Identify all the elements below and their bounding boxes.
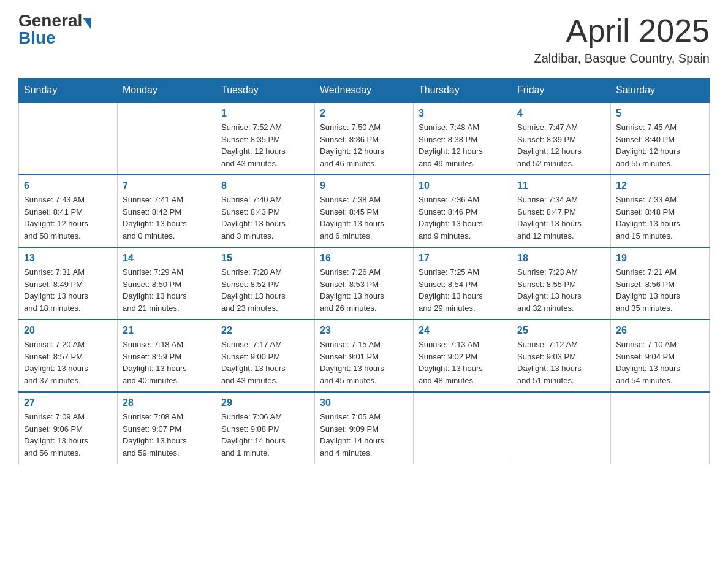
day-number: 30: [320, 397, 408, 408]
week-row-5: 27Sunrise: 7:09 AM Sunset: 9:06 PM Dayli…: [19, 392, 710, 464]
day-number: 19: [616, 253, 704, 264]
calendar-cell: 10Sunrise: 7:36 AM Sunset: 8:46 PM Dayli…: [414, 175, 512, 247]
day-number: 14: [123, 253, 211, 264]
day-number: 21: [123, 325, 211, 336]
header-wednesday: Wednesday: [315, 79, 414, 103]
day-number: 13: [24, 253, 112, 264]
day-info: Sunrise: 7:21 AM Sunset: 8:56 PM Dayligh…: [616, 266, 704, 314]
day-info: Sunrise: 7:36 AM Sunset: 8:46 PM Dayligh…: [419, 194, 507, 242]
calendar-cell: 7Sunrise: 7:41 AM Sunset: 8:42 PM Daylig…: [118, 175, 216, 247]
day-number: 25: [517, 325, 605, 336]
calendar-cell: 5Sunrise: 7:45 AM Sunset: 8:40 PM Daylig…: [611, 102, 710, 175]
calendar-cell: 23Sunrise: 7:15 AM Sunset: 9:01 PM Dayli…: [315, 320, 414, 392]
header-thursday: Thursday: [414, 79, 512, 103]
day-info: Sunrise: 7:18 AM Sunset: 8:59 PM Dayligh…: [123, 339, 211, 386]
calendar-cell: 18Sunrise: 7:23 AM Sunset: 8:55 PM Dayli…: [512, 247, 611, 320]
day-number: 24: [419, 325, 507, 336]
calendar-cell: 15Sunrise: 7:28 AM Sunset: 8:52 PM Dayli…: [216, 247, 315, 320]
day-info: Sunrise: 7:33 AM Sunset: 8:48 PM Dayligh…: [616, 194, 704, 242]
day-info: Sunrise: 7:05 AM Sunset: 9:09 PM Dayligh…: [320, 411, 408, 459]
day-number: 2: [320, 108, 408, 119]
header-tuesday: Tuesday: [216, 79, 315, 103]
main-title: April 2025: [534, 12, 710, 49]
calendar-cell: 22Sunrise: 7:17 AM Sunset: 9:00 PM Dayli…: [216, 320, 315, 392]
day-number: 7: [123, 180, 211, 191]
day-info: Sunrise: 7:50 AM Sunset: 8:36 PM Dayligh…: [320, 121, 408, 169]
day-info: Sunrise: 7:43 AM Sunset: 8:41 PM Dayligh…: [24, 194, 112, 242]
calendar-cell: 6Sunrise: 7:43 AM Sunset: 8:41 PM Daylig…: [19, 175, 118, 247]
calendar-cell: 26Sunrise: 7:10 AM Sunset: 9:04 PM Dayli…: [611, 320, 710, 392]
header-sunday: Sunday: [19, 79, 118, 103]
calendar-cell: 19Sunrise: 7:21 AM Sunset: 8:56 PM Dayli…: [611, 247, 710, 320]
day-info: Sunrise: 7:13 AM Sunset: 9:02 PM Dayligh…: [419, 339, 507, 386]
day-number: 26: [616, 325, 704, 336]
day-info: Sunrise: 7:25 AM Sunset: 8:54 PM Dayligh…: [419, 266, 507, 314]
day-info: Sunrise: 7:06 AM Sunset: 9:08 PM Dayligh…: [221, 411, 309, 459]
day-info: Sunrise: 7:40 AM Sunset: 8:43 PM Dayligh…: [221, 194, 309, 242]
day-number: 16: [320, 253, 408, 264]
day-info: Sunrise: 7:23 AM Sunset: 8:55 PM Dayligh…: [517, 266, 605, 314]
day-info: Sunrise: 7:34 AM Sunset: 8:47 PM Dayligh…: [517, 194, 605, 242]
calendar-cell: 2Sunrise: 7:50 AM Sunset: 8:36 PM Daylig…: [315, 102, 414, 175]
day-number: 27: [24, 397, 112, 408]
calendar-header-row: SundayMondayTuesdayWednesdayThursdayFrid…: [19, 79, 710, 103]
calendar-cell: 8Sunrise: 7:40 AM Sunset: 8:43 PM Daylig…: [216, 175, 315, 247]
day-info: Sunrise: 7:29 AM Sunset: 8:50 PM Dayligh…: [123, 266, 211, 314]
day-number: 12: [616, 180, 704, 191]
calendar-cell: 21Sunrise: 7:18 AM Sunset: 8:59 PM Dayli…: [118, 320, 216, 392]
calendar-table: SundayMondayTuesdayWednesdayThursdayFrid…: [18, 78, 710, 464]
calendar-cell: 11Sunrise: 7:34 AM Sunset: 8:47 PM Dayli…: [512, 175, 611, 247]
day-info: Sunrise: 7:28 AM Sunset: 8:52 PM Dayligh…: [221, 266, 309, 314]
header-friday: Friday: [512, 79, 611, 103]
calendar-cell: 30Sunrise: 7:05 AM Sunset: 9:09 PM Dayli…: [315, 392, 414, 464]
day-number: 10: [419, 180, 507, 191]
day-info: Sunrise: 7:12 AM Sunset: 9:03 PM Dayligh…: [517, 339, 605, 386]
day-info: Sunrise: 7:48 AM Sunset: 8:38 PM Dayligh…: [419, 121, 507, 169]
day-number: 20: [24, 325, 112, 336]
day-info: Sunrise: 7:10 AM Sunset: 9:04 PM Dayligh…: [616, 339, 704, 386]
calendar-cell: 3Sunrise: 7:48 AM Sunset: 8:38 PM Daylig…: [414, 102, 512, 175]
day-info: Sunrise: 7:17 AM Sunset: 9:00 PM Dayligh…: [221, 339, 309, 386]
page-header: General Blue April 2025 Zaldibar, Basque…: [18, 12, 710, 66]
logo-blue: Blue: [18, 28, 56, 47]
day-info: Sunrise: 7:09 AM Sunset: 9:06 PM Dayligh…: [24, 411, 112, 459]
day-number: 28: [123, 397, 211, 408]
day-info: Sunrise: 7:31 AM Sunset: 8:49 PM Dayligh…: [24, 266, 112, 314]
day-number: 17: [419, 253, 507, 264]
calendar-cell: 24Sunrise: 7:13 AM Sunset: 9:02 PM Dayli…: [414, 320, 512, 392]
calendar-cell: 1Sunrise: 7:52 AM Sunset: 8:35 PM Daylig…: [216, 102, 315, 175]
week-row-2: 6Sunrise: 7:43 AM Sunset: 8:41 PM Daylig…: [19, 175, 710, 247]
day-number: 11: [517, 180, 605, 191]
calendar-cell: [414, 392, 512, 464]
logo: General Blue: [18, 12, 91, 47]
calendar-cell: 14Sunrise: 7:29 AM Sunset: 8:50 PM Dayli…: [118, 247, 216, 320]
calendar-cell: 20Sunrise: 7:20 AM Sunset: 8:57 PM Dayli…: [19, 320, 118, 392]
logo-wordmark: General: [18, 12, 91, 29]
calendar-cell: 16Sunrise: 7:26 AM Sunset: 8:53 PM Dayli…: [315, 247, 414, 320]
day-info: Sunrise: 7:38 AM Sunset: 8:45 PM Dayligh…: [320, 194, 408, 242]
logo-triangle-icon: [83, 18, 91, 29]
day-info: Sunrise: 7:20 AM Sunset: 8:57 PM Dayligh…: [24, 339, 112, 386]
day-number: 3: [419, 108, 507, 119]
day-info: Sunrise: 7:15 AM Sunset: 9:01 PM Dayligh…: [320, 339, 408, 386]
day-number: 23: [320, 325, 408, 336]
header-saturday: Saturday: [611, 79, 710, 103]
day-info: Sunrise: 7:26 AM Sunset: 8:53 PM Dayligh…: [320, 266, 408, 314]
header-monday: Monday: [118, 79, 216, 103]
calendar-cell: 4Sunrise: 7:47 AM Sunset: 8:39 PM Daylig…: [512, 102, 611, 175]
day-number: 22: [221, 325, 309, 336]
day-info: Sunrise: 7:52 AM Sunset: 8:35 PM Dayligh…: [221, 121, 309, 169]
day-info: Sunrise: 7:41 AM Sunset: 8:42 PM Dayligh…: [123, 194, 211, 242]
day-number: 4: [517, 108, 605, 119]
day-number: 8: [221, 180, 309, 191]
logo-general: General: [18, 12, 82, 29]
week-row-1: 1Sunrise: 7:52 AM Sunset: 8:35 PM Daylig…: [19, 102, 710, 175]
day-info: Sunrise: 7:47 AM Sunset: 8:39 PM Dayligh…: [517, 121, 605, 169]
calendar-cell: [512, 392, 611, 464]
day-number: 18: [517, 253, 605, 264]
calendar-cell: [611, 392, 710, 464]
calendar-cell: 28Sunrise: 7:08 AM Sunset: 9:07 PM Dayli…: [118, 392, 216, 464]
calendar-cell: 9Sunrise: 7:38 AM Sunset: 8:45 PM Daylig…: [315, 175, 414, 247]
day-number: 6: [24, 180, 112, 191]
day-info: Sunrise: 7:08 AM Sunset: 9:07 PM Dayligh…: [123, 411, 211, 459]
